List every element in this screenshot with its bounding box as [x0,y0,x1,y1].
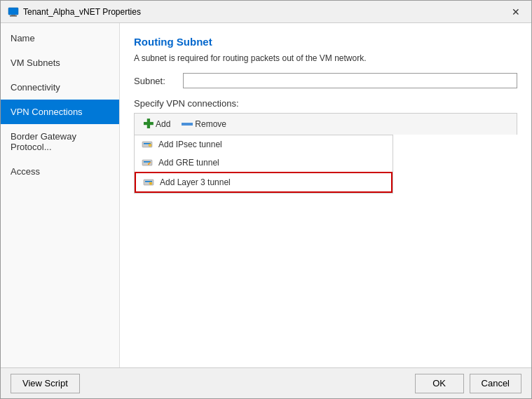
sidebar-item-vm-subnets[interactable]: VM Subnets [1,50,119,75]
svg-rect-0 [8,8,18,15]
svg-rect-10 [145,181,152,182]
sidebar: Name VM Subnets Connectivity VPN Connect… [1,23,120,367]
section-title: Routing Subnet [134,36,517,48]
subnet-label: Subnet: [134,76,176,86]
add-button[interactable]: ✚ Add [139,116,175,132]
gre-label: Add GRE tunnel [158,158,219,168]
footer-right: OK Cancel [415,374,521,393]
svg-rect-7 [144,161,151,163]
sidebar-item-access[interactable]: Access [1,159,119,184]
subnet-input[interactable] [183,73,517,88]
vpn-toolbar: ✚ Add Remove [134,113,517,135]
remove-icon [182,123,193,126]
svg-point-5 [149,144,151,147]
remove-label: Remove [195,119,226,129]
title-bar: Tenant_Alpha_vNET Properties ✕ [1,1,531,23]
add-layer3-item[interactable]: Add Layer 3 tunnel [135,172,393,193]
add-icon: ✚ [143,118,154,130]
svg-point-8 [148,163,149,165]
close-button[interactable]: ✕ [507,4,524,20]
layer3-label: Add Layer 3 tunnel [160,177,231,187]
ok-button[interactable]: OK [415,374,464,393]
footer-left: View Script [11,374,80,393]
cancel-button[interactable]: Cancel [470,374,521,393]
add-label: Add [156,119,170,129]
svg-rect-2 [11,15,15,15]
dialog-title: Tenant_Alpha_vNET Properties [23,7,141,17]
vpn-dropdown-list: Add IPsec tunnel Add GRE tunnel [134,135,393,194]
title-bar-left: Tenant_Alpha_vNET Properties [8,6,141,18]
dialog-body: Name VM Subnets Connectivity VPN Connect… [1,23,531,367]
remove-button[interactable]: Remove [177,118,231,130]
ipsec-label: Add IPsec tunnel [158,140,222,149]
svg-rect-1 [10,15,17,17]
dialog-icon [8,6,19,18]
add-ipsec-item[interactable]: Add IPsec tunnel [135,135,393,154]
add-gre-item[interactable]: Add GRE tunnel [135,154,393,172]
dialog-footer: View Script OK Cancel [1,367,531,398]
sidebar-item-connectivity[interactable]: Connectivity [1,75,119,100]
subnet-row: Subnet: [134,73,517,88]
sidebar-item-vpn-connections[interactable]: VPN Connections [1,100,119,124]
sidebar-item-border-gateway[interactable]: Border Gateway Protocol... [1,124,119,159]
view-script-button[interactable]: View Script [11,374,80,393]
svg-rect-9 [144,180,154,185]
ipsec-icon [142,139,153,150]
sidebar-item-name[interactable]: Name [1,26,119,50]
layer3-icon [143,177,154,188]
properties-dialog: Tenant_Alpha_vNET Properties ✕ Name VM S… [0,0,532,399]
description-text: A subnet is required for routing packets… [134,53,517,63]
gre-icon [142,157,153,168]
vpn-section-label: Specify VPN connections: [134,98,517,109]
main-content: Routing Subnet A subnet is required for … [120,23,531,367]
